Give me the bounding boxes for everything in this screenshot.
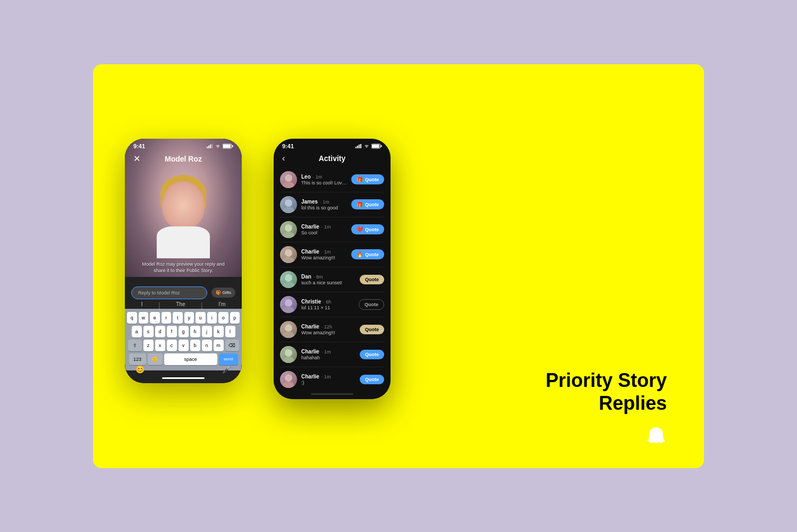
- key-l[interactable]: l: [225, 326, 235, 337]
- key-z[interactable]: z: [143, 340, 154, 351]
- emoji-icon[interactable]: 😊: [135, 365, 145, 374]
- time-3: · 1m: [321, 249, 331, 255]
- key-o[interactable]: o: [218, 312, 228, 324]
- key-s[interactable]: s: [143, 326, 154, 337]
- time-6: · 12h: [321, 324, 332, 330]
- svg-rect-8: [357, 146, 358, 148]
- message-1: lol this is so good: [301, 205, 347, 210]
- keyboard-row-2: a s d f g h j k l: [127, 326, 240, 337]
- key-emoji[interactable]: 🙂: [148, 353, 163, 365]
- key-i[interactable]: i: [207, 312, 217, 324]
- key-a[interactable]: a: [132, 326, 142, 337]
- svg-point-20: [285, 249, 292, 257]
- quote-btn-3[interactable]: 🔥Quote: [351, 249, 384, 259]
- key-f[interactable]: f: [167, 326, 177, 337]
- activity-item-0[interactable]: Leo· 1m This is so cool! Love it!!! 🎁Quo…: [274, 167, 391, 192]
- key-b[interactable]: b: [190, 340, 200, 351]
- activity-item-2[interactable]: Charlie· 1m So cool ❤️Quote: [274, 217, 391, 242]
- key-m[interactable]: m: [214, 340, 224, 351]
- reply-input[interactable]: Reply to Model Roz: [131, 286, 207, 299]
- key-send[interactable]: send: [219, 353, 238, 365]
- name-8: Charlie: [301, 374, 319, 379]
- key-123[interactable]: 123: [129, 353, 146, 365]
- key-h[interactable]: h: [190, 326, 200, 337]
- svg-point-25: [283, 307, 294, 313]
- key-k[interactable]: k: [214, 326, 224, 337]
- preview-message: Model Roz may preview your reply and sha…: [135, 261, 231, 274]
- key-q[interactable]: q: [127, 312, 137, 324]
- svg-rect-7: [355, 147, 357, 148]
- phone2: 9:41: [274, 139, 391, 399]
- svg-rect-9: [359, 145, 360, 148]
- activity-item-4[interactable]: Dan· 8m such a nice sunset! Quote: [274, 267, 391, 292]
- key-v[interactable]: v: [179, 340, 189, 351]
- autocomplete-1[interactable]: I: [141, 301, 143, 310]
- key-space[interactable]: space: [164, 353, 217, 365]
- quote-btn-1[interactable]: 🎁Quote: [351, 199, 384, 209]
- mic-icon[interactable]: 🎤: [222, 365, 231, 374]
- phone2-status-bar: 9:41: [274, 139, 391, 151]
- info-1: James· 1m lol this is so good: [301, 199, 347, 210]
- message-8: :): [301, 380, 355, 385]
- right-content: Priority Story Replies: [391, 64, 672, 468]
- quote-btn-2[interactable]: ❤️Quote: [351, 224, 384, 234]
- keyboard-row-3: ⇧ z x c v b n m ⌫: [127, 340, 240, 351]
- phone1: 9:41: [125, 139, 242, 383]
- svg-rect-5: [232, 145, 233, 147]
- activity-item-8[interactable]: Charlie· 1m :) Quote: [274, 367, 391, 392]
- quote-btn-8[interactable]: Quote: [360, 375, 384, 384]
- quote-btn-5[interactable]: Quote: [359, 299, 384, 310]
- key-u[interactable]: u: [196, 312, 206, 324]
- message-3: Wow amazing!!!: [301, 255, 347, 260]
- name-7: Charlie: [301, 349, 319, 354]
- avatar-6: [280, 321, 297, 338]
- snapchat-logo: [646, 426, 667, 447]
- key-j[interactable]: j: [202, 326, 212, 337]
- info-0: Leo· 1m This is so cool! Love it!!!: [301, 174, 347, 185]
- activity-item-7[interactable]: Charlie· 1m hahahah Quote: [274, 342, 391, 367]
- phone2-home-indicator: [311, 393, 353, 395]
- key-n[interactable]: n: [202, 340, 212, 351]
- phone2-status-icons: [355, 143, 382, 149]
- key-e[interactable]: e: [150, 312, 160, 324]
- close-button[interactable]: ✕: [133, 154, 140, 164]
- quote-btn-4[interactable]: Quote: [360, 275, 384, 284]
- autocomplete-3[interactable]: I'm: [218, 301, 225, 310]
- info-2: Charlie· 1m So cool: [301, 224, 347, 235]
- phone1-status-bar: 9:41: [125, 139, 242, 151]
- phone2-header: ‹ Activity: [274, 151, 391, 167]
- time-8: · 1m: [321, 374, 331, 379]
- key-r[interactable]: r: [162, 312, 172, 324]
- avatar-7: [280, 346, 297, 363]
- quote-btn-6[interactable]: Quote: [360, 325, 384, 334]
- key-delete[interactable]: ⌫: [225, 340, 239, 351]
- activity-item-5[interactable]: Christie· 6h lol 11:11 × 11 Quote: [274, 292, 391, 317]
- key-d[interactable]: d: [155, 326, 165, 337]
- svg-point-28: [285, 349, 292, 357]
- back-button[interactable]: ‹: [282, 154, 285, 163]
- autocomplete-2[interactable]: The: [176, 301, 185, 310]
- svg-point-21: [283, 257, 294, 263]
- message-4: such a nice sunset!: [301, 280, 355, 285]
- phone2-wifi-icon: [364, 144, 369, 148]
- key-x[interactable]: x: [155, 340, 165, 351]
- activity-item-1[interactable]: James· 1m lol this is so good 🎁Quote: [274, 192, 391, 217]
- activity-item-6[interactable]: Charlie· 12h Wow amazing!!! Quote: [274, 317, 391, 342]
- quote-btn-7[interactable]: Quote: [360, 350, 384, 359]
- svg-rect-3: [211, 144, 213, 148]
- key-p[interactable]: p: [230, 312, 240, 324]
- phone1-status-icons: [207, 143, 233, 149]
- avatar-8: [280, 371, 297, 388]
- avatar-2: [280, 221, 297, 238]
- gifts-button[interactable]: 🎁 Gifts: [211, 288, 235, 298]
- key-g[interactable]: g: [179, 326, 189, 337]
- key-shift[interactable]: ⇧: [128, 340, 142, 351]
- key-w[interactable]: w: [139, 312, 149, 324]
- activity-item-3[interactable]: Charlie· 1m Wow amazing!!! 🔥Quote: [274, 242, 391, 267]
- key-t[interactable]: t: [173, 312, 183, 324]
- key-c[interactable]: c: [167, 340, 177, 351]
- svg-point-22: [285, 274, 292, 282]
- quote-btn-0[interactable]: 🎁Quote: [351, 174, 384, 184]
- key-y[interactable]: y: [184, 312, 194, 324]
- info-3: Charlie· 1m Wow amazing!!!: [301, 249, 347, 260]
